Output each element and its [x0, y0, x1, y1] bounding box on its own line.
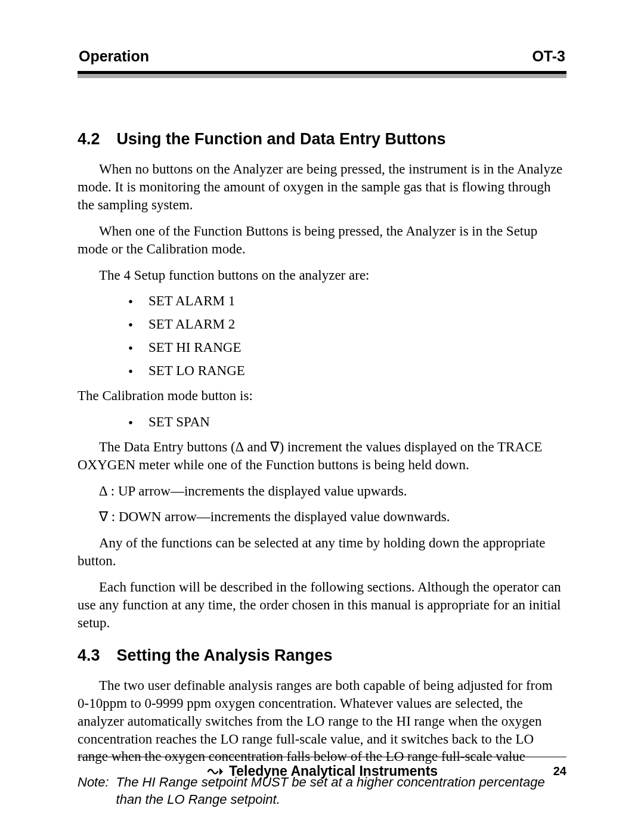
page: Operation OT-3 4.2Using the Function and…: [0, 0, 644, 833]
section-4-2-heading: 4.2Using the Function and Data Entry But…: [78, 129, 566, 150]
paragraph: The Calibration mode button is:: [78, 387, 566, 405]
paragraph: Any of the functions can be selected at …: [78, 534, 566, 570]
arrow-up-definition: ∆ : UP arrow—increments the displayed va…: [99, 482, 566, 500]
page-number: 24: [553, 764, 566, 778]
list-item: SET ALARM 1: [128, 292, 566, 310]
section-title: Using the Function and Data Entry Button…: [117, 130, 446, 148]
header-left: Operation: [79, 48, 149, 65]
cal-buttons-list: SET SPAN: [78, 413, 566, 431]
page-footer: Teledyne Analytical Instruments 24: [78, 757, 566, 779]
setup-buttons-list: SET ALARM 1 SET ALARM 2 SET HI RANGE SET…: [78, 292, 566, 380]
section-title: Setting the Analysis Ranges: [117, 646, 333, 664]
footer-rule: [78, 757, 566, 757]
list-item: SET LO RANGE: [128, 362, 566, 380]
page-header: Operation OT-3: [78, 48, 566, 69]
list-item: SET HI RANGE: [128, 339, 566, 357]
paragraph: The Data Entry buttons (∆ and ∇) increme…: [78, 438, 566, 474]
footer-line: Teledyne Analytical Instruments 24: [78, 763, 566, 779]
footer-company: Teledyne Analytical Instruments: [229, 763, 438, 779]
header-right: OT-3: [532, 48, 565, 65]
paragraph: The two user definable analysis ranges a…: [78, 677, 566, 766]
teledyne-logo-icon: [206, 766, 224, 778]
paragraph: When one of the Function Buttons is bein…: [78, 222, 566, 258]
list-item: SET SPAN: [128, 413, 566, 431]
header-rule-shadow: [78, 74, 566, 78]
section-4-3-heading: 4.3Setting the Analysis Ranges: [78, 645, 566, 666]
page-content: 4.2Using the Function and Data Entry But…: [78, 78, 566, 809]
list-item: SET ALARM 2: [128, 315, 566, 333]
section-number: 4.3: [78, 645, 100, 666]
paragraph: The 4 Setup function buttons on the anal…: [78, 267, 566, 284]
paragraph: When no buttons on the Analyzer are bein…: [78, 160, 566, 214]
section-number: 4.2: [78, 129, 100, 150]
paragraph: Each function will be described in the f…: [78, 578, 566, 632]
arrow-definitions: ∆ : UP arrow—increments the displayed va…: [78, 482, 566, 527]
arrow-down-definition: ∇ : DOWN arrow—increments the displayed …: [99, 508, 566, 526]
